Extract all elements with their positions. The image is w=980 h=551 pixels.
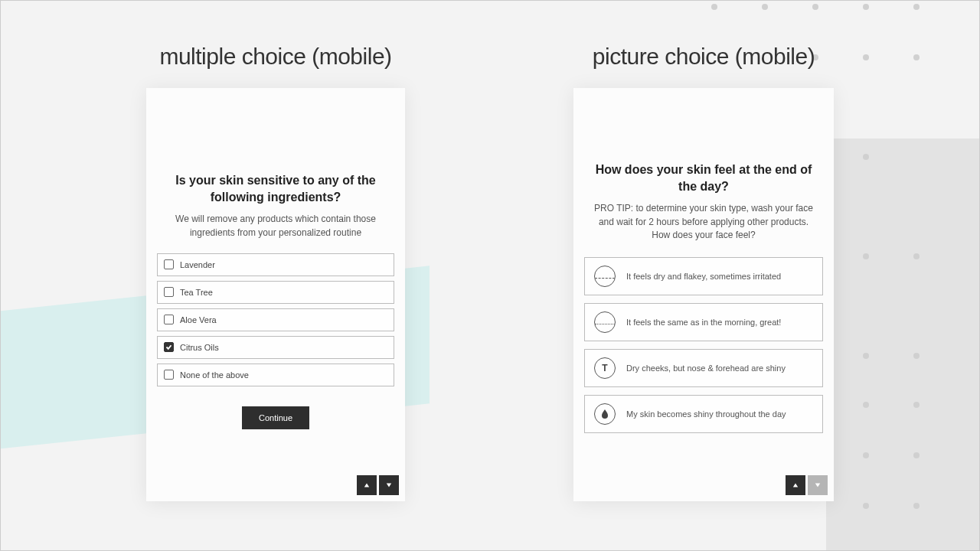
skin-oily-icon: [594, 403, 616, 425]
picture-choice-column: picture choice (mobile) How does your sk…: [573, 44, 834, 501]
skin-dry-icon: [594, 266, 616, 287]
option-aloe-vera[interactable]: Aloe Vera: [157, 308, 394, 331]
option-citrus-oils[interactable]: Citrus Oils: [157, 336, 394, 359]
picture-option-dry[interactable]: It feels dry and flakey, sometimes irrit…: [584, 257, 823, 295]
option-label: Tea Tree: [180, 288, 213, 297]
left-title: multiple choice (mobile): [159, 44, 391, 70]
checkbox-icon: [164, 259, 174, 269]
option-lavender[interactable]: Lavender: [157, 253, 394, 276]
checkbox-checked-icon: [164, 342, 174, 352]
nav-up-button[interactable]: [357, 475, 377, 495]
option-label: Lavender: [180, 260, 215, 269]
nav-down-button-disabled: [808, 475, 828, 495]
question-text: Is your skin sensitive to any of the fol…: [157, 172, 394, 205]
svg-marker-2: [793, 484, 798, 487]
option-label: Dry cheeks, but nose & forehead are shin…: [626, 363, 786, 374]
phone-mockup-right: How does your skin feel at the end of th…: [573, 88, 834, 501]
option-none[interactable]: None of the above: [157, 364, 394, 386]
phone-mockup-left: Is your skin sensitive to any of the fol…: [146, 88, 405, 501]
question-description: We will remove any products which contai…: [157, 213, 394, 240]
nav-up-button[interactable]: [786, 475, 805, 495]
svg-marker-3: [815, 484, 820, 487]
picture-option-oily[interactable]: My skin becomes shiny throughout the day: [584, 395, 823, 433]
checkbox-icon: [164, 315, 174, 324]
checkbox-icon: [164, 287, 174, 297]
option-label: Aloe Vera: [180, 315, 217, 324]
multiple-choice-column: multiple choice (mobile) Is your skin se…: [146, 44, 405, 501]
right-title: picture choice (mobile): [593, 44, 815, 70]
picture-option-normal[interactable]: It feels the same as in the morning, gre…: [584, 303, 823, 341]
picture-option-combo[interactable]: T Dry cheeks, but nose & forehead are sh…: [584, 349, 823, 387]
option-label: It feels the same as in the morning, gre…: [626, 317, 781, 328]
skin-normal-icon: [594, 311, 616, 333]
svg-marker-1: [387, 484, 391, 487]
option-label: It feels dry and flakey, sometimes irrit…: [626, 271, 781, 282]
nav-down-button[interactable]: [379, 475, 399, 495]
svg-marker-0: [364, 484, 369, 487]
checkbox-icon: [164, 370, 174, 380]
question-text: How does your skin feel at the end of th…: [584, 161, 823, 194]
skin-combo-icon: T: [594, 357, 616, 379]
option-label: None of the above: [180, 370, 249, 380]
option-label: Citrus Oils: [180, 343, 219, 352]
option-label: My skin becomes shiny throughout the day: [626, 409, 786, 420]
continue-button[interactable]: Continue: [242, 406, 309, 429]
question-description: PRO TIP: to determine your skin type, wa…: [584, 202, 823, 242]
option-tea-tree[interactable]: Tea Tree: [157, 281, 394, 304]
